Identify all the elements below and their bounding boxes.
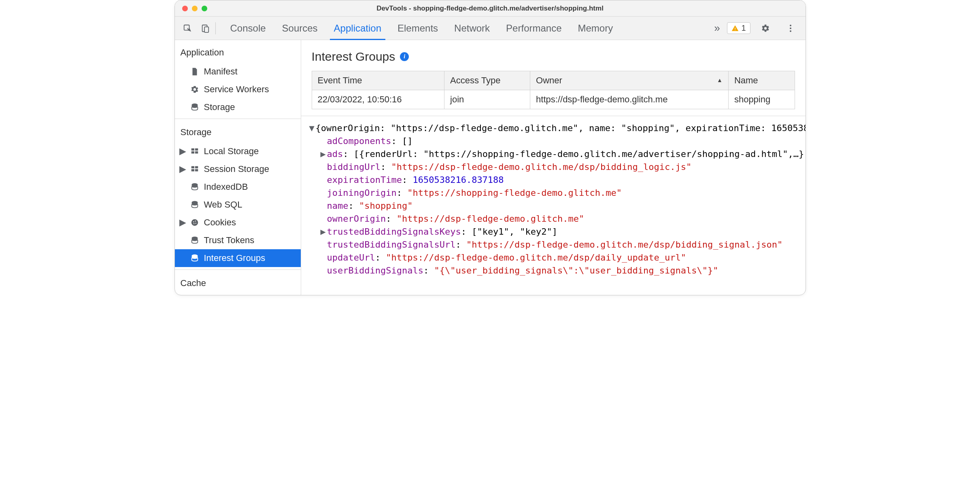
sidebar-group-storage: Storage: [175, 121, 301, 142]
svg-rect-7: [195, 151, 198, 154]
panel-header: Interest Groups i: [301, 40, 806, 71]
sidebar-item-local-storage[interactable]: ▶Local Storage: [175, 142, 301, 160]
panel-tabs: ConsoleSourcesApplicationElementsNetwork…: [219, 17, 710, 40]
sidebar-item-label: Web SQL: [204, 198, 242, 211]
info-icon[interactable]: i: [400, 52, 409, 61]
sidebar-group-application: Application: [175, 40, 301, 63]
tab-elements[interactable]: Elements: [398, 17, 438, 40]
table-row[interactable]: 22/03/2022, 10:50:16joinhttps://dsp-fled…: [312, 90, 795, 109]
svg-point-15: [193, 221, 194, 222]
devtools-window: DevTools - shopping-fledge-demo.glitch.m…: [174, 0, 806, 295]
sidebar-item-label: Service Workers: [204, 83, 269, 96]
svg-rect-6: [191, 151, 194, 154]
sidebar-item-indexeddb[interactable]: IndexedDB: [175, 178, 301, 196]
table-cell: https://dsp-fledge-demo.glitch.me: [530, 90, 729, 109]
sidebar-item-cookies[interactable]: ▶Cookies: [175, 214, 301, 231]
sidebar-item-label: Cookies: [204, 216, 236, 229]
table-cell: join: [444, 90, 530, 109]
object-viewer[interactable]: ▼{ownerOrigin: "https://dsp-fledge-demo.…: [301, 116, 806, 277]
svg-rect-8: [191, 166, 194, 169]
titlebar: DevTools - shopping-fledge-demo.glitch.m…: [175, 0, 806, 17]
sidebar-item-label: Storage: [204, 101, 235, 114]
tab-application[interactable]: Application: [334, 17, 381, 40]
col-name[interactable]: Name: [728, 71, 795, 90]
detail-summary: {ownerOrigin: "https://dsp-fledge-demo.g…: [316, 123, 806, 133]
devtools-toolbar: ConsoleSourcesApplicationElementsNetwork…: [175, 17, 806, 40]
svg-point-17: [195, 223, 196, 224]
sidebar-item-label: Session Storage: [204, 163, 269, 176]
sidebar-item-label: Trust Tokens: [204, 234, 255, 247]
events-table: Event TimeAccess TypeOwner▲Name 22/03/20…: [312, 71, 795, 109]
device-toolbar-icon[interactable]: [198, 21, 213, 36]
sidebar-item-manifest[interactable]: Manifest: [175, 63, 301, 81]
sidebar-item-cache-storage[interactable]: Cache Storage: [175, 293, 301, 295]
main-panel: Interest Groups i Event TimeAccess TypeO…: [301, 40, 806, 295]
sidebar-item-label: Manifest: [204, 65, 238, 78]
sidebar-item-storage[interactable]: Storage: [175, 98, 301, 116]
table-cell: 22/03/2022, 10:50:16: [312, 90, 444, 109]
window-title: DevTools - shopping-fledge-demo.glitch.m…: [175, 4, 806, 13]
sidebar-item-label: IndexedDB: [204, 180, 248, 193]
svg-rect-5: [195, 148, 198, 151]
sidebar-item-trust-tokens[interactable]: Trust Tokens: [175, 231, 301, 249]
col-access-type[interactable]: Access Type: [444, 71, 530, 90]
issues-badge[interactable]: 1: [727, 22, 750, 34]
tab-console[interactable]: Console: [230, 17, 266, 40]
tab-sources[interactable]: Sources: [282, 17, 318, 40]
svg-point-16: [195, 221, 196, 221]
svg-rect-10: [191, 169, 194, 172]
svg-point-18: [193, 223, 194, 224]
toolbar-separator: [215, 22, 216, 34]
sidebar-item-session-storage[interactable]: ▶Session Storage: [175, 160, 301, 178]
sidebar-item-web-sql[interactable]: Web SQL: [175, 196, 301, 214]
sidebar-item-label: Interest Groups: [204, 252, 266, 265]
more-tabs-icon[interactable]: »: [709, 21, 725, 36]
tab-memory[interactable]: Memory: [578, 17, 613, 40]
inspect-element-icon[interactable]: [180, 21, 195, 36]
table-cell: shopping: [728, 90, 795, 109]
svg-point-14: [191, 219, 198, 226]
application-sidebar: ApplicationManifestService WorkersStorag…: [175, 40, 301, 295]
svg-rect-2: [204, 27, 208, 32]
svg-rect-9: [195, 166, 198, 169]
col-event-time[interactable]: Event Time: [312, 71, 444, 90]
issues-count: 1: [741, 23, 746, 33]
panel-title: Interest Groups: [312, 50, 395, 64]
svg-rect-11: [195, 169, 198, 172]
settings-icon[interactable]: [758, 21, 773, 36]
tab-performance[interactable]: Performance: [506, 17, 561, 40]
sidebar-item-service-workers[interactable]: Service Workers: [175, 81, 301, 98]
sidebar-group-cache: Cache: [175, 272, 301, 293]
sidebar-item-label: Local Storage: [204, 145, 259, 158]
kebab-menu-icon[interactable]: [783, 21, 798, 36]
sidebar-item-interest-groups[interactable]: Interest Groups: [175, 249, 301, 267]
col-owner[interactable]: Owner▲: [530, 71, 729, 90]
tab-network[interactable]: Network: [454, 17, 490, 40]
svg-rect-4: [191, 148, 194, 151]
